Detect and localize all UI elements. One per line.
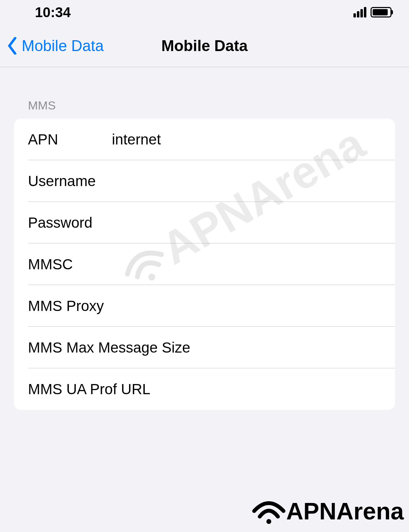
- svg-point-1: [266, 519, 271, 524]
- status-icons: [353, 7, 392, 17]
- row-label-mms-max-size: MMS Max Message Size: [28, 339, 210, 356]
- nav-header: Mobile Data Mobile Data: [0, 24, 409, 67]
- back-button[interactable]: Mobile Data: [0, 37, 104, 55]
- cellular-signal-icon: [353, 7, 366, 17]
- wifi-icon: [251, 497, 286, 525]
- row-apn[interactable]: APN: [14, 119, 395, 160]
- row-password[interactable]: Password: [14, 202, 395, 243]
- footer-logo: APNArena: [251, 497, 404, 525]
- row-label-password: Password: [28, 214, 112, 231]
- username-input[interactable]: [112, 173, 395, 190]
- mmsc-input[interactable]: [112, 256, 395, 273]
- chevron-left-icon: [7, 37, 17, 55]
- row-mmsc[interactable]: MMSC: [14, 243, 395, 285]
- status-bar: 10:34: [0, 0, 409, 24]
- row-username[interactable]: Username: [14, 160, 395, 202]
- password-input[interactable]: [112, 214, 395, 231]
- battery-icon: [371, 7, 392, 17]
- row-label-mms-proxy: MMS Proxy: [28, 298, 210, 314]
- apn-input[interactable]: [112, 131, 395, 148]
- row-label-apn: APN: [28, 131, 112, 148]
- mms-proxy-input[interactable]: [210, 298, 395, 314]
- back-label: Mobile Data: [22, 37, 104, 55]
- row-mms-proxy[interactable]: MMS Proxy: [14, 285, 395, 327]
- settings-group-mms: APN Username Password MMSC MMS Proxy MMS…: [14, 119, 395, 410]
- row-mms-max-size[interactable]: MMS Max Message Size: [14, 327, 395, 368]
- row-label-mms-ua-prof: MMS UA Prof URL: [28, 381, 210, 398]
- section-header-mms: MMS: [0, 67, 409, 119]
- row-mms-ua-prof[interactable]: MMS UA Prof URL: [14, 368, 395, 410]
- mms-ua-prof-input[interactable]: [210, 381, 395, 398]
- row-label-username: Username: [28, 173, 112, 190]
- page-title: Mobile Data: [162, 37, 248, 55]
- status-time: 10:34: [35, 5, 71, 20]
- mms-max-size-input[interactable]: [210, 339, 395, 356]
- row-label-mmsc: MMSC: [28, 256, 112, 273]
